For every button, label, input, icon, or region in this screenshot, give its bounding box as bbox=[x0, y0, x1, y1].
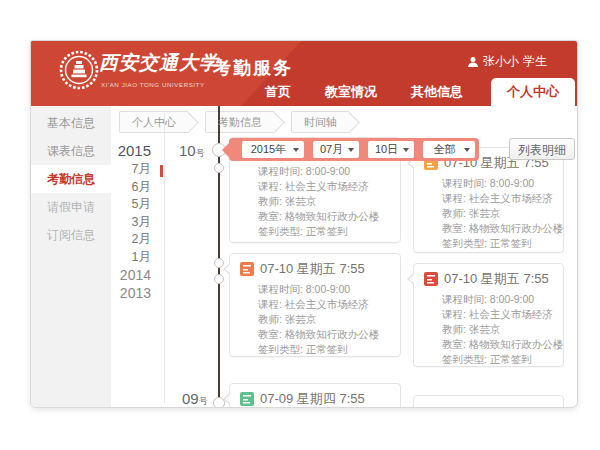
signin-stamp-icon bbox=[240, 392, 254, 406]
card-field: 教师: 张芸京 bbox=[442, 322, 555, 337]
signin-stamp-icon bbox=[240, 262, 254, 276]
breadcrumb: 个人中心 考勤信息 时间轴 bbox=[119, 111, 349, 133]
nav-item-home[interactable]: 首页 bbox=[263, 78, 293, 106]
day-marker-10: 10号 bbox=[179, 142, 205, 160]
card-field: 教室: 格物致知行政办公楼 bbox=[442, 221, 555, 236]
card-date: 07-10 星期五 7:55 bbox=[260, 260, 365, 278]
card-field: 课程时间: 8:00-9:00 bbox=[258, 282, 392, 297]
signin-stamp-icon bbox=[424, 272, 438, 286]
card-date: 07-10 星期五 7:55 bbox=[444, 270, 549, 288]
rail-month-7[interactable]: 7月 bbox=[109, 161, 157, 179]
user-menu[interactable]: 张小小 学生 bbox=[467, 53, 547, 70]
app-window: 西安交通大学 XI'AN JIAO TONG UNIVERSITY 考勤服务 张… bbox=[30, 40, 578, 408]
university-logo-icon bbox=[59, 50, 99, 90]
university-name-cn: 西安交通大学 bbox=[99, 50, 219, 76]
day-dropdown[interactable]: 10日 bbox=[368, 141, 414, 158]
rail-month-2[interactable]: 2月 bbox=[109, 231, 157, 249]
timeline-node bbox=[214, 274, 224, 284]
university-name-en: XI'AN JIAO TONG UNIVERSITY bbox=[101, 81, 205, 88]
sidebar-item-attendance[interactable]: 考勤信息 bbox=[31, 165, 111, 193]
card-date: 07-09 星期四 7:55 bbox=[260, 390, 365, 408]
filter-bar: 2015年 07月 10日 全部 bbox=[229, 138, 479, 161]
chevron-down-icon bbox=[403, 148, 409, 155]
day-marker-09: 09号 bbox=[182, 390, 208, 408]
nav-item-other-info[interactable]: 其他信息 bbox=[409, 78, 465, 106]
nav-item-classrooms[interactable]: 教室情况 bbox=[323, 78, 379, 106]
rail-month-1[interactable]: 1月 bbox=[109, 249, 157, 267]
card-field: 教师: 张芸京 bbox=[442, 206, 555, 221]
list-detail-button[interactable]: 列表明细 bbox=[509, 138, 575, 160]
rail-divider bbox=[164, 113, 165, 403]
card-field: 签到类型: 正常签到 bbox=[442, 352, 555, 367]
card-field: 课程时间: 8:00-9:00 bbox=[258, 164, 392, 179]
nav-item-personal-center[interactable]: 个人中心 bbox=[491, 78, 575, 106]
card-field: 签到类型: 正常签到 bbox=[442, 236, 555, 251]
rail-month-5[interactable]: 5月 bbox=[109, 196, 157, 214]
card-field: 签到类型: 正常签到 bbox=[258, 342, 392, 357]
card-field: 教室: 格物致知行政办公楼 bbox=[258, 209, 392, 224]
breadcrumb-personal-center[interactable]: 个人中心 bbox=[119, 111, 188, 133]
card-field: 课程: 社会主义市场经济 bbox=[258, 179, 392, 194]
sidebar: 基本信息 课表信息 考勤信息 请假申请 订阅信息 bbox=[31, 106, 111, 407]
chevron-down-icon bbox=[464, 148, 470, 155]
user-role: 学生 bbox=[523, 53, 547, 70]
card-field: 课程时间: 8:00-9:00 bbox=[442, 176, 555, 191]
chevron-down-icon bbox=[293, 148, 299, 155]
user-name: 张小小 bbox=[483, 53, 519, 70]
sidebar-item-subscription[interactable]: 订阅信息 bbox=[31, 221, 111, 249]
app-header: 西安交通大学 XI'AN JIAO TONG UNIVERSITY 考勤服务 张… bbox=[31, 41, 577, 106]
rail-year-2015[interactable]: 2015 bbox=[109, 141, 157, 161]
main-nav: 首页 教室情况 其他信息 个人中心 bbox=[233, 78, 575, 106]
chevron-down-icon bbox=[348, 148, 354, 155]
slide-canvas: 西安交通大学 XI'AN JIAO TONG UNIVERSITY 考勤服务 张… bbox=[0, 0, 600, 450]
breadcrumb-attendance[interactable]: 考勤信息 bbox=[205, 111, 274, 133]
attendance-card[interactable]: 07-09 星期四 7:55 bbox=[229, 383, 401, 408]
sidebar-item-schedule[interactable]: 课表信息 bbox=[31, 137, 111, 165]
card-field: 教师: 张芸京 bbox=[258, 312, 392, 327]
attendance-card[interactable]: 07-10 星期五 7:55 课程时间: 8:00-9:00 课程: 社会主义市… bbox=[413, 147, 564, 253]
attendance-card-partial[interactable] bbox=[413, 395, 564, 408]
rail-month-3[interactable]: 3月 bbox=[109, 214, 157, 232]
timeline-year-rail: 2015 7月 6月 5月 3月 2月 1月 2014 2013 bbox=[109, 141, 157, 302]
year-dropdown[interactable]: 2015年 bbox=[242, 141, 304, 158]
current-month-tick bbox=[160, 165, 163, 177]
card-field: 教师: 张芸京 bbox=[258, 194, 392, 209]
rail-month-6[interactable]: 6月 bbox=[109, 179, 157, 197]
month-dropdown[interactable]: 07月 bbox=[313, 141, 359, 158]
person-icon bbox=[467, 56, 479, 68]
rail-year-2014[interactable]: 2014 bbox=[109, 266, 157, 284]
breadcrumb-timeline[interactable]: 时间轴 bbox=[291, 111, 349, 133]
sidebar-item-leave-request[interactable]: 请假申请 bbox=[31, 193, 111, 221]
card-field: 课程: 社会主义市场经济 bbox=[258, 297, 392, 312]
app-title: 考勤服务 bbox=[213, 56, 293, 80]
card-field: 教室: 格物致知行政办公楼 bbox=[442, 337, 555, 352]
rail-year-2013[interactable]: 2013 bbox=[109, 284, 157, 302]
attendance-card[interactable]: 07-10 星期五 7:55 课程时间: 8:00-9:00 课程: 社会主义市… bbox=[413, 263, 564, 367]
card-field: 课程: 社会主义市场经济 bbox=[442, 307, 555, 322]
card-field: 课程时间: 8:00-9:00 bbox=[442, 292, 555, 307]
timeline-node bbox=[214, 258, 224, 268]
type-dropdown[interactable]: 全部 bbox=[423, 141, 475, 158]
card-field: 签到类型: 正常签到 bbox=[258, 224, 392, 239]
timeline-node bbox=[213, 397, 225, 408]
card-field: 教室: 格物致知行政办公楼 bbox=[258, 327, 392, 342]
attendance-card[interactable]: 07-10 星期五 7:55 课程时间: 8:00-9:00 课程: 社会主义市… bbox=[229, 253, 401, 357]
card-field: 课程: 社会主义市场经济 bbox=[442, 191, 555, 206]
timeline-node bbox=[214, 163, 224, 173]
sidebar-item-basic-info[interactable]: 基本信息 bbox=[31, 109, 111, 137]
